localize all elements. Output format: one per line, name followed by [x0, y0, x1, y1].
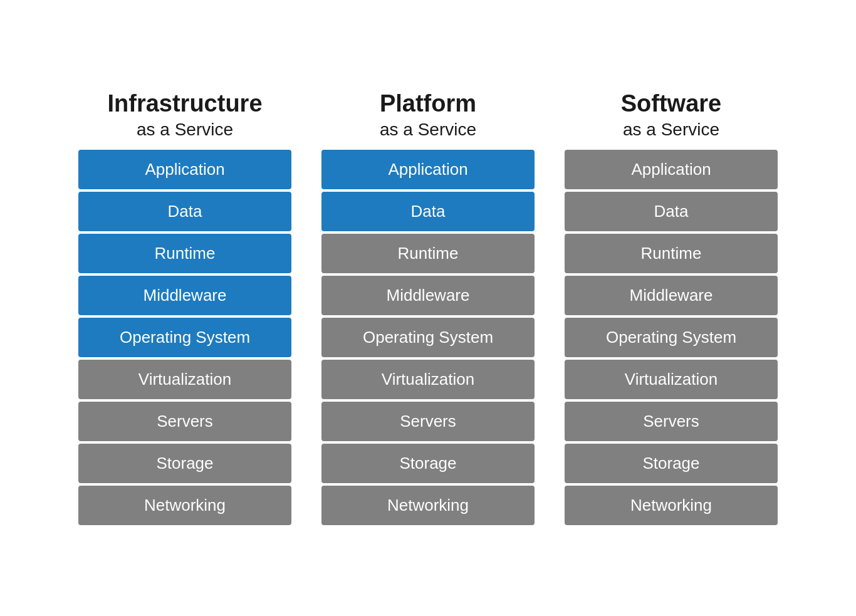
stack-item-saas-4: Operating System [565, 318, 778, 357]
column-header-paas: Platformas a Service [380, 91, 476, 140]
column-subtitle-saas: as a Service [621, 120, 721, 140]
column-saas: Softwareas a ServiceApplicationDataRunti… [565, 91, 778, 525]
stack-item-saas-5: Virtualization [565, 360, 778, 399]
column-header-saas: Softwareas a Service [621, 91, 721, 140]
column-subtitle-paas: as a Service [380, 120, 476, 140]
stack-iaas: ApplicationDataRuntimeMiddlewareOperatin… [78, 150, 291, 525]
stack-item-paas-0: Application [321, 150, 535, 189]
stack-item-iaas-2: Runtime [78, 234, 291, 273]
stack-item-saas-3: Middleware [565, 276, 778, 315]
stack-item-saas-2: Runtime [565, 234, 778, 273]
stack-item-iaas-1: Data [78, 192, 291, 231]
column-header-iaas: Infrastructureas a Service [107, 91, 262, 140]
stack-item-iaas-4: Operating System [78, 318, 291, 357]
stack-item-paas-3: Middleware [321, 276, 535, 315]
column-subtitle-iaas: as a Service [107, 120, 262, 140]
stack-item-paas-5: Virtualization [321, 360, 535, 399]
column-iaas: Infrastructureas a ServiceApplicationDat… [78, 91, 291, 525]
stack-paas: ApplicationDataRuntimeMiddlewareOperatin… [321, 150, 535, 525]
stack-item-paas-6: Servers [321, 402, 535, 441]
stack-item-iaas-5: Virtualization [78, 360, 291, 399]
stack-item-saas-6: Servers [565, 402, 778, 441]
stack-item-paas-8: Networking [321, 486, 535, 525]
stack-item-iaas-6: Servers [78, 402, 291, 441]
stack-item-saas-8: Networking [565, 486, 778, 525]
main-container: Infrastructureas a ServiceApplicationDat… [41, 66, 815, 550]
stack-item-iaas-0: Application [78, 150, 291, 189]
stack-item-paas-2: Runtime [321, 234, 535, 273]
stack-item-saas-0: Application [565, 150, 778, 189]
stack-item-saas-1: Data [565, 192, 778, 231]
stack-item-paas-1: Data [321, 192, 535, 231]
stack-item-iaas-8: Networking [78, 486, 291, 525]
stack-item-iaas-7: Storage [78, 444, 291, 483]
column-title-paas: Platform [380, 91, 476, 117]
stack-item-paas-4: Operating System [321, 318, 535, 357]
stack-item-iaas-3: Middleware [78, 276, 291, 315]
stack-saas: ApplicationDataRuntimeMiddlewareOperatin… [565, 150, 778, 525]
column-title-iaas: Infrastructure [107, 91, 262, 117]
column-paas: Platformas a ServiceApplicationDataRunti… [321, 91, 535, 525]
stack-item-paas-7: Storage [321, 444, 535, 483]
stack-item-saas-7: Storage [565, 444, 778, 483]
column-title-saas: Software [621, 91, 721, 117]
